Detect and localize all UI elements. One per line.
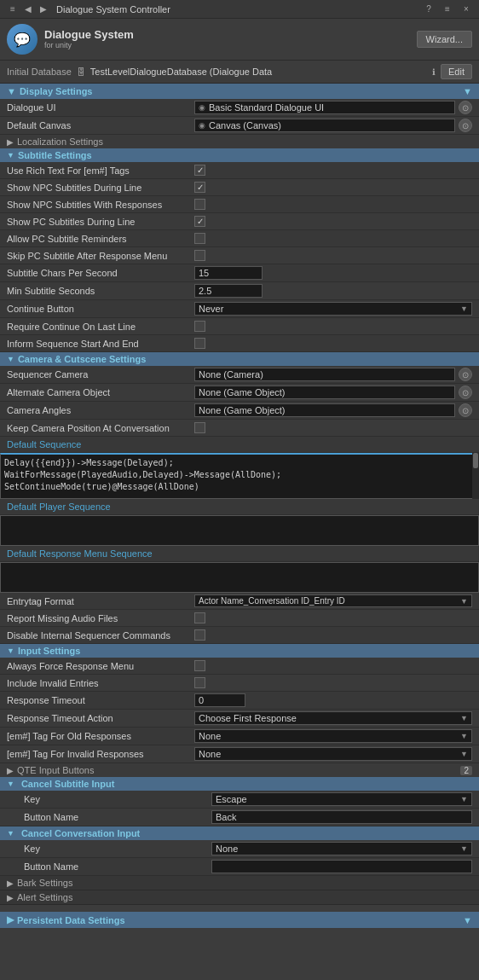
rich-text-value (194, 165, 472, 176)
wizard-button[interactable]: Wizard... (417, 31, 472, 48)
database-value: TestLevelDialogueDatabase (Dialogue Data (90, 67, 427, 77)
persistent-data-header[interactable]: ▶ Persistent Data Settings ▼ (0, 912, 479, 928)
disable-internal-sequencer-row: Disable Internal Sequencer Commands (0, 627, 479, 644)
cancel-subtitle-key-label: Key (24, 794, 211, 804)
keep-camera-checkbox[interactable] (194, 422, 205, 433)
default-sequence-scrollbar[interactable] (472, 453, 479, 499)
npc-subtitles-checkbox[interactable] (194, 182, 205, 193)
input-settings-title: Input Settings (18, 646, 80, 656)
alternate-camera-btn[interactable]: ⊙ (459, 386, 472, 399)
pc-subtitle-reminders-checkbox[interactable] (194, 233, 205, 244)
camera-angles-btn[interactable]: ⊙ (459, 403, 472, 417)
cancel-subtitle-button-name-input[interactable] (211, 810, 472, 824)
cancel-subtitle-key-select[interactable]: Escape ▼ (211, 792, 472, 806)
em-tag-invalid-responses-label: [em#] Tag For Invalid Responses (7, 749, 194, 759)
em-tag-invalid-arrow-icon: ▼ (460, 750, 468, 758)
bark-settings-row[interactable]: ▶ Bark Settings (0, 876, 479, 890)
logo-area: 💬 Dialogue System for unity (7, 24, 134, 55)
back-icon[interactable]: ◀ (22, 3, 34, 15)
skip-pc-subtitle-checkbox[interactable] (194, 250, 205, 261)
input-settings-header[interactable]: ▼ Input Settings (0, 644, 479, 658)
cancel-subtitle-key-row: Key Escape ▼ (0, 791, 479, 809)
min-subtitle-input[interactable] (194, 284, 263, 298)
pc-subtitle-reminders-value (194, 233, 472, 244)
keep-camera-value (194, 422, 472, 433)
subtitle-settings-title: Subtitle Settings (18, 150, 92, 160)
localization-settings-row[interactable]: ▶ Localization Settings (0, 135, 479, 148)
default-canvas-row: Default Canvas ◉ Canvas (Canvas) ⊙ (0, 117, 479, 135)
subtitle-settings-header[interactable]: ▼ Subtitle Settings (0, 148, 479, 162)
inform-sequence-row: Inform Sequence Start And End (0, 335, 479, 352)
pc-subtitles-value (194, 216, 472, 227)
subtitle-chars-label: Subtitle Chars Per Second (7, 268, 194, 278)
cancel-conversation-title: Cancel Conversation Input (21, 828, 140, 838)
qte-input-buttons-row[interactable]: ▶ QTE Input Buttons 2 (0, 763, 479, 777)
inform-sequence-checkbox[interactable] (194, 338, 205, 349)
entrytag-format-select[interactable]: Actor Name_Conversation ID_Entry ID ▼ (194, 594, 472, 607)
default-sequence-text: Delay({{end}})->Message(Delayed); WaitFo… (4, 457, 465, 493)
min-subtitle-label: Min Subtitle Seconds (7, 286, 194, 296)
disable-internal-sequencer-checkbox[interactable] (194, 629, 205, 641)
dialogue-ui-btn[interactable]: ⊙ (459, 101, 472, 114)
continue-button-select[interactable]: Never ▼ (194, 302, 472, 316)
em-tag-old-arrow-icon: ▼ (460, 732, 468, 740)
obj-icon: ◉ (199, 103, 205, 112)
cancel-subtitle-title: Cancel Subtitle Input (21, 779, 114, 789)
cancel-conversation-button-name-input[interactable] (211, 860, 472, 873)
sequencer-camera-field[interactable]: None (Camera) (194, 368, 455, 381)
display-settings-header[interactable]: ▼ Display Settings ▼ (0, 84, 479, 99)
default-canvas-field[interactable]: ◉ Canvas (Canvas) (194, 119, 455, 132)
always-force-response-checkbox[interactable] (194, 660, 205, 671)
menu2-icon[interactable]: ≡ (441, 3, 453, 15)
continue-button-row: Continue Button Never ▼ (0, 300, 479, 318)
response-timeout-input[interactable] (194, 693, 245, 707)
npc-subtitles-responses-checkbox[interactable] (194, 199, 205, 210)
display-arrow-icon: ▼ (7, 86, 16, 96)
cancel-subtitle-button-name-value (211, 810, 472, 824)
pc-subtitles-row: Show PC Subtitles During Line (0, 213, 479, 230)
localization-settings-label: Localization Settings (17, 136, 103, 147)
alternate-camera-label: Alternate Camera Object (7, 387, 194, 397)
min-subtitle-value (194, 284, 472, 298)
persistent-arrow-icon: ▶ (7, 914, 14, 925)
require-continue-value (194, 321, 472, 332)
alternate-camera-field[interactable]: None (Game Object) (194, 386, 455, 399)
window-title: Dialogue System Controller (56, 4, 170, 14)
response-timeout-label: Response Timeout (7, 695, 194, 705)
cancel-conversation-key-label: Key (24, 844, 211, 854)
default-sequence-textarea[interactable]: Delay({{end}})->Message(Delayed); WaitFo… (0, 453, 479, 499)
cancel-subtitle-button-name-row: Button Name (0, 809, 479, 826)
camera-settings-header[interactable]: ▼ Camera & Cutscene Settings (0, 352, 479, 366)
include-invalid-entries-checkbox[interactable] (194, 677, 205, 688)
cancel-subtitle-header[interactable]: ▼ Cancel Subtitle Input (0, 777, 479, 791)
em-tag-invalid-responses-select[interactable]: None ▼ (194, 747, 472, 761)
require-continue-checkbox[interactable] (194, 321, 205, 332)
rich-text-checkbox[interactable] (194, 165, 205, 176)
default-response-menu-seq-textarea[interactable] (0, 562, 479, 593)
sequencer-camera-label: Sequencer Camera (7, 369, 194, 380)
subtitle-chars-input[interactable] (194, 266, 263, 280)
help-icon[interactable]: ? (423, 3, 435, 15)
pc-subtitles-checkbox[interactable] (194, 216, 205, 227)
menu-icon[interactable]: ≡ (7, 3, 19, 15)
report-missing-audio-row: Report Missing Audio Files (0, 610, 479, 627)
close-icon[interactable]: × (460, 3, 472, 15)
alert-settings-row[interactable]: ▶ Alert Settings (0, 890, 479, 905)
em-tag-old-responses-select[interactable]: None ▼ (194, 729, 472, 743)
canvas-obj-icon: ◉ (199, 121, 205, 130)
camera-angles-field[interactable]: None (Game Object) (194, 403, 455, 417)
camera-angles-value: None (Game Object) ⊙ (194, 403, 472, 417)
response-timeout-action-select[interactable]: Choose First Response ▼ (194, 711, 472, 725)
default-canvas-btn[interactable]: ⊙ (459, 119, 472, 132)
dialogue-ui-field[interactable]: ◉ Basic Standard Dialogue UI (194, 101, 455, 114)
edit-button[interactable]: Edit (441, 64, 472, 79)
cancel-conversation-header[interactable]: ▼ Cancel Conversation Input (0, 826, 479, 840)
alert-arrow-icon: ▶ (7, 893, 14, 902)
cancel-conversation-arrow-icon: ▼ (7, 829, 14, 838)
report-missing-audio-checkbox[interactable] (194, 612, 205, 623)
sequencer-camera-btn[interactable]: ⊙ (459, 368, 472, 381)
cancel-conversation-key-select[interactable]: None ▼ (211, 842, 472, 855)
default-player-seq-textarea[interactable] (0, 515, 479, 546)
npc-subtitles-label: Show NPC Subtitles During Line (7, 183, 194, 193)
forward-icon[interactable]: ▶ (38, 3, 49, 15)
